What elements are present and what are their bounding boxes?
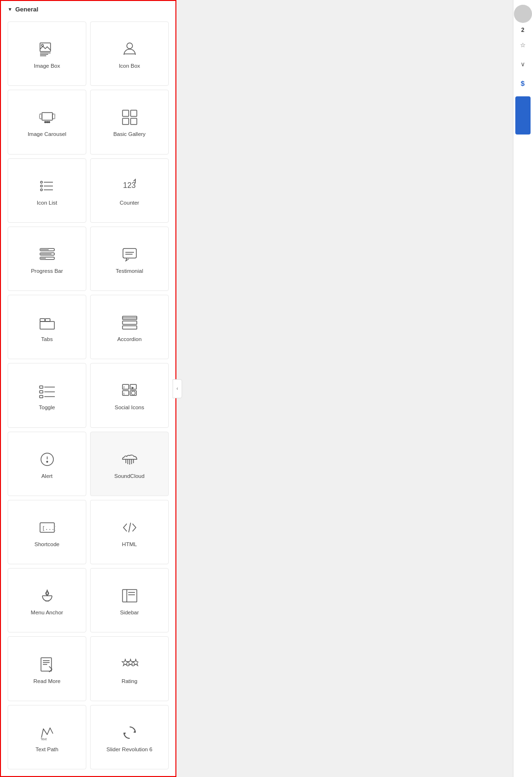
svg-rect-40 bbox=[40, 386, 43, 388]
progress-bar-icon bbox=[38, 245, 57, 264]
image-box-icon bbox=[38, 40, 57, 59]
svg-marker-72 bbox=[133, 659, 138, 666]
svg-point-17 bbox=[41, 181, 42, 183]
image-carousel-icon bbox=[38, 108, 57, 127]
widget-item-toggle[interactable]: Toggle bbox=[8, 363, 86, 427]
widget-item-rating[interactable]: Rating bbox=[90, 636, 169, 701]
collapse-button[interactable]: ‹ bbox=[173, 379, 182, 398]
widget-item-sidebar[interactable]: Sidebar bbox=[90, 568, 169, 632]
svg-line-59 bbox=[129, 523, 131, 532]
widgets-grid: Image BoxIcon BoxImage CarouselBasic Gal… bbox=[1, 18, 175, 776]
svg-rect-9 bbox=[52, 114, 55, 119]
widget-item-image-carousel[interactable]: Image Carousel bbox=[8, 90, 86, 154]
widget-item-slider-revolution[interactable]: Slider Revolution 6 bbox=[90, 705, 169, 769]
svg-point-21 bbox=[41, 189, 42, 191]
text-path-icon: Text bbox=[38, 723, 57, 742]
widget-item-text-path[interactable]: TextText Path bbox=[8, 705, 86, 769]
widget-item-menu-anchor[interactable]: Menu Anchor bbox=[8, 568, 86, 632]
dollar-icon: $ bbox=[515, 75, 531, 91]
widget-item-counter[interactable]: 123Counter bbox=[90, 158, 169, 223]
svg-marker-71 bbox=[127, 659, 134, 666]
alert-icon bbox=[38, 450, 57, 469]
widget-label-alert: Alert bbox=[41, 473, 53, 480]
sidebar-panel: ▼ General Image BoxIcon BoxImage Carouse… bbox=[0, 0, 176, 777]
html-icon bbox=[120, 518, 139, 537]
svg-rect-33 bbox=[40, 319, 45, 321]
widget-item-social-icons[interactable]: f▶tSocial Icons bbox=[90, 363, 169, 427]
widget-label-basic-gallery: Basic Gallery bbox=[113, 131, 146, 138]
svg-rect-62 bbox=[123, 590, 137, 602]
widget-label-progress-bar: Progress Bar bbox=[31, 268, 63, 275]
svg-rect-27 bbox=[40, 253, 51, 255]
svg-rect-16 bbox=[131, 118, 137, 124]
blue-action-button[interactable] bbox=[515, 96, 531, 135]
svg-rect-29 bbox=[40, 257, 46, 259]
counter-icon: 123 bbox=[120, 176, 139, 196]
widget-item-image-box[interactable]: Image Box bbox=[8, 21, 86, 86]
widget-item-soundcloud[interactable]: SoundCloud bbox=[90, 432, 169, 496]
main-content bbox=[176, 0, 513, 777]
svg-rect-30 bbox=[123, 249, 136, 258]
widget-label-slider-revolution: Slider Revolution 6 bbox=[106, 746, 153, 753]
rating-icon bbox=[120, 655, 139, 674]
widget-label-icon-list: Icon List bbox=[37, 199, 57, 207]
section-header: ▼ General bbox=[1, 1, 175, 18]
icon-box-icon bbox=[120, 40, 139, 59]
svg-point-1 bbox=[41, 44, 43, 46]
chevron-down-icon[interactable]: ∨ bbox=[515, 56, 531, 72]
widget-item-basic-gallery[interactable]: Basic Gallery bbox=[90, 90, 169, 154]
widget-item-html[interactable]: HTML bbox=[90, 500, 169, 564]
right-panel-number: 2 bbox=[521, 27, 524, 33]
svg-point-11 bbox=[46, 122, 48, 123]
widget-label-html: HTML bbox=[122, 541, 137, 548]
star-icon[interactable]: ☆ bbox=[515, 37, 531, 52]
widget-item-testimonial[interactable]: Testimonial bbox=[90, 227, 169, 291]
widget-item-progress-bar[interactable]: Progress Bar bbox=[8, 227, 86, 291]
svg-rect-44 bbox=[40, 395, 43, 398]
widget-item-icon-list[interactable]: Icon List bbox=[8, 158, 86, 223]
slider-revolution-icon bbox=[120, 723, 139, 742]
svg-text:▶: ▶ bbox=[132, 386, 134, 389]
svg-marker-70 bbox=[122, 659, 129, 666]
widget-label-counter: Counter bbox=[120, 199, 139, 207]
svg-text:Text: Text bbox=[41, 737, 47, 741]
svg-rect-14 bbox=[131, 110, 137, 116]
toggle-icon bbox=[38, 381, 57, 400]
svg-rect-13 bbox=[123, 110, 129, 116]
widget-item-shortcode[interactable]: [...]Shortcode bbox=[8, 500, 86, 564]
widget-item-read-more[interactable]: Read More bbox=[8, 636, 86, 701]
icon-list-icon bbox=[38, 176, 57, 196]
section-title: General bbox=[15, 6, 38, 13]
basic-gallery-icon bbox=[120, 108, 139, 127]
svg-rect-38 bbox=[123, 321, 137, 324]
tabs-icon bbox=[38, 313, 57, 332]
widget-item-icon-box[interactable]: Icon Box bbox=[90, 21, 169, 86]
svg-point-19 bbox=[41, 185, 42, 187]
shortcode-icon: [...] bbox=[38, 518, 57, 537]
widget-label-shortcode: Shortcode bbox=[34, 541, 59, 548]
section-arrow: ▼ bbox=[8, 7, 12, 12]
svg-rect-39 bbox=[123, 326, 137, 329]
widget-item-alert[interactable]: Alert bbox=[8, 432, 86, 496]
accordion-icon bbox=[120, 313, 139, 332]
read-more-icon bbox=[38, 655, 57, 674]
widget-item-accordion[interactable]: Accordion bbox=[90, 295, 169, 359]
widget-item-tabs[interactable]: Tabs bbox=[8, 295, 86, 359]
svg-text:[...]: [...] bbox=[42, 525, 56, 531]
svg-text:123: 123 bbox=[123, 181, 136, 189]
right-panel: 2 ☆ ∨ $ bbox=[513, 0, 532, 777]
widget-label-accordion: Accordion bbox=[117, 336, 142, 343]
widget-label-read-more: Read More bbox=[33, 678, 61, 685]
svg-rect-7 bbox=[42, 113, 52, 120]
svg-point-12 bbox=[48, 122, 50, 123]
svg-point-5 bbox=[127, 43, 133, 49]
soundcloud-icon bbox=[120, 450, 139, 469]
widget-label-image-box: Image Box bbox=[34, 62, 60, 70]
widget-label-toggle: Toggle bbox=[39, 404, 55, 411]
svg-rect-42 bbox=[40, 391, 43, 393]
testimonial-icon bbox=[120, 245, 139, 264]
svg-rect-15 bbox=[123, 118, 129, 124]
widget-label-tabs: Tabs bbox=[41, 336, 52, 343]
svg-rect-25 bbox=[40, 249, 49, 251]
avatar bbox=[514, 5, 532, 23]
